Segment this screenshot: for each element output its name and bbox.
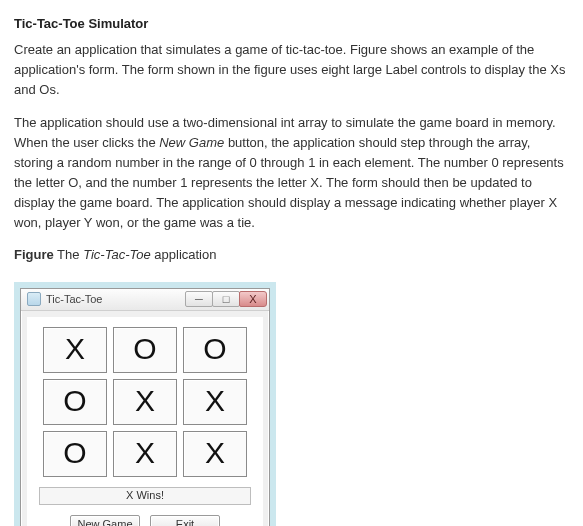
button-row: New Game Exit — [35, 515, 255, 526]
exit-button[interactable]: Exit — [150, 515, 220, 526]
board-cell[interactable]: X — [43, 327, 107, 373]
new-game-button[interactable]: New Game — [70, 515, 140, 526]
titlebar[interactable]: Tic-Tac-Toe ─ □ X — [21, 289, 269, 311]
paragraph-2: The application should use a two-dimensi… — [14, 113, 569, 234]
board-cell[interactable]: O — [43, 379, 107, 425]
board-cell[interactable]: O — [113, 327, 177, 373]
close-button[interactable]: X — [239, 291, 267, 307]
figure-container: Tic-Tac-Toe ─ □ X X O O O X X O X X X Wi… — [14, 282, 276, 526]
maximize-icon: □ — [223, 291, 230, 308]
window-controls: ─ □ X — [186, 291, 267, 307]
window-title: Tic-Tac-Toe — [46, 291, 102, 308]
board-cell[interactable]: X — [113, 431, 177, 477]
figure-appname: Tic-Tac-Toe — [83, 247, 151, 262]
close-icon: X — [249, 291, 256, 308]
board-cell[interactable]: X — [183, 379, 247, 425]
board-cell[interactable]: O — [43, 431, 107, 477]
page-title: Tic-Tac-Toe Simulator — [14, 14, 569, 34]
game-board: X O O O X X O X X — [35, 327, 255, 477]
minimize-button[interactable]: ─ — [185, 291, 213, 307]
board-cell[interactable]: O — [183, 327, 247, 373]
app-window: Tic-Tac-Toe ─ □ X X O O O X X O X X X Wi… — [20, 288, 270, 526]
board-cell[interactable]: X — [113, 379, 177, 425]
maximize-button[interactable]: □ — [212, 291, 240, 307]
client-area: X O O O X X O X X X Wins! New Game Exit — [27, 317, 263, 526]
status-label: X Wins! — [39, 487, 251, 505]
titlebar-left: Tic-Tac-Toe — [27, 291, 102, 308]
minimize-icon: ─ — [195, 291, 203, 308]
para2-emphasis: New Game — [159, 135, 224, 150]
board-cell[interactable]: X — [183, 431, 247, 477]
paragraph-1: Create an application that simulates a g… — [14, 40, 569, 100]
figure-text-c: application — [151, 247, 217, 262]
app-icon — [27, 292, 41, 306]
figure-text-b: The — [54, 247, 83, 262]
figure-label: Figure — [14, 247, 54, 262]
figure-caption: Figure The Tic-Tac-Toe application — [14, 245, 569, 265]
